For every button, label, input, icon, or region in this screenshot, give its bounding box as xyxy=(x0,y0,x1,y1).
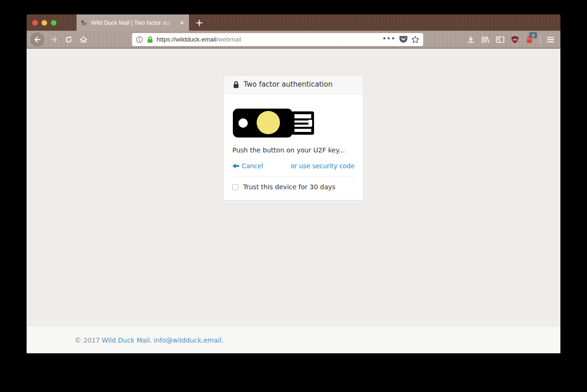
minimize-window-button[interactable] xyxy=(42,20,47,26)
cancel-label: Cancel xyxy=(242,162,263,170)
use-security-code-link[interactable]: or use security code xyxy=(291,162,355,170)
trust-device-checkbox[interactable] xyxy=(232,184,238,190)
card-divider xyxy=(232,177,355,177)
pocket-save-icon[interactable] xyxy=(399,35,408,43)
browser-window: Wild Duck Mail | Two factor aut ✕ + xyxy=(27,14,560,353)
extension-lock-button[interactable]: 3 xyxy=(525,35,533,44)
two-factor-card: Two factor authentication Push the butto… xyxy=(224,75,363,200)
bookmark-star-icon[interactable] xyxy=(411,35,419,44)
svg-text:UO: UO xyxy=(513,38,517,41)
instruction-text: Push the button on your U2F key... xyxy=(232,146,355,154)
lock-icon xyxy=(232,81,240,89)
navigation-toolbar: https://wildduck.email/webmail ••• xyxy=(27,31,560,48)
extension-badge: 3 xyxy=(529,32,537,38)
reload-button[interactable] xyxy=(61,36,76,43)
library-button[interactable] xyxy=(481,36,489,43)
tab-title: Wild Duck Mail | Two factor aut xyxy=(91,20,175,26)
close-window-button[interactable] xyxy=(32,20,38,26)
tab-title-fade xyxy=(162,20,175,26)
tab-strip: Wild Duck Mail | Two factor aut ✕ + xyxy=(27,14,560,31)
url-bar[interactable]: https://wildduck.email/webmail ••• xyxy=(132,33,423,46)
downloads-button[interactable] xyxy=(467,36,475,43)
cancel-link[interactable]: Cancel xyxy=(232,162,263,170)
duck-favicon-icon xyxy=(80,19,88,27)
window-controls xyxy=(27,14,62,31)
card-header: Two factor authentication xyxy=(224,76,363,94)
back-button[interactable] xyxy=(29,32,45,48)
url-path: /webmail xyxy=(217,36,241,43)
sidebar-icon xyxy=(496,36,504,43)
url-text[interactable]: https://wildduck.email/webmail xyxy=(157,36,379,43)
download-icon xyxy=(467,36,475,43)
hamburger-menu-icon xyxy=(547,36,554,43)
zoom-window-button[interactable] xyxy=(51,20,56,26)
forward-button[interactable] xyxy=(47,36,61,43)
back-arrow-icon xyxy=(34,36,41,43)
page-actions-icon[interactable]: ••• xyxy=(383,35,396,44)
screenshot-root: { "chrome": { "tab": { "title": "Wild Du… xyxy=(0,0,587,392)
home-icon xyxy=(80,36,87,43)
card-title: Two factor authentication xyxy=(244,80,333,89)
contact-email-link[interactable]: info@wildduck.email. xyxy=(154,337,224,344)
ublock-shield-icon: UO xyxy=(511,35,519,44)
sidebar-toggle-button[interactable] xyxy=(496,36,504,43)
back-arrow-blue-icon xyxy=(232,163,239,169)
menu-button[interactable] xyxy=(547,36,554,43)
action-links-row: Cancel or use security code xyxy=(232,162,355,170)
card-body: Push the button on your U2F key... Cance… xyxy=(224,94,363,200)
brand-link[interactable]: Wild Duck Mail. xyxy=(102,337,152,344)
u2f-key-image xyxy=(232,106,316,140)
trust-device-label[interactable]: Trust this device for 30 days xyxy=(243,183,335,191)
reload-icon xyxy=(65,36,72,43)
toolbar-divider xyxy=(540,34,540,44)
home-button[interactable] xyxy=(76,36,91,43)
url-host: https://wildduck.email xyxy=(157,36,217,43)
new-tab-button[interactable]: + xyxy=(191,14,207,31)
ublock-origin-button[interactable]: UO xyxy=(511,35,519,44)
site-footer: © 2017 Wild Duck Mail. info@wildduck.ema… xyxy=(27,327,560,353)
tab-wild-duck-mail[interactable]: Wild Duck Mail | Two factor aut ✕ xyxy=(77,14,189,31)
copyright-text: © 2017 xyxy=(75,337,100,344)
tab-close-icon[interactable]: ✕ xyxy=(179,19,185,27)
trust-device-row: Trust this device for 30 days xyxy=(232,183,355,191)
library-icon xyxy=(481,36,489,43)
secure-lock-icon[interactable] xyxy=(147,36,154,43)
forward-arrow-icon xyxy=(50,36,58,43)
page-info-icon[interactable] xyxy=(136,36,143,43)
page-content: Two factor authentication Push the butto… xyxy=(27,48,560,327)
